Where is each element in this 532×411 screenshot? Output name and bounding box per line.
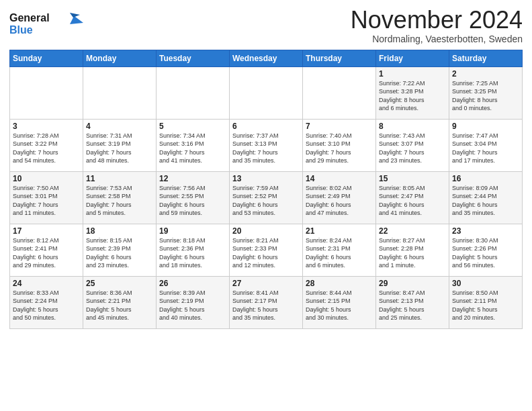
week-row-4: 24Sunrise: 8:33 AMSunset: 2:24 PMDayligh… [10, 276, 523, 328]
calendar-cell: 24Sunrise: 8:33 AMSunset: 2:24 PMDayligh… [10, 276, 83, 328]
calendar-cell: 17Sunrise: 8:12 AMSunset: 2:41 PMDayligh… [10, 224, 83, 276]
day-number: 5 [159, 122, 226, 131]
week-row-0: 1Sunrise: 7:22 AMSunset: 3:28 PMDaylight… [10, 66, 523, 119]
calendar-cell: 21Sunrise: 8:24 AMSunset: 2:31 PMDayligh… [303, 224, 376, 276]
day-number: 6 [232, 122, 300, 131]
day-info: Sunrise: 7:50 AMSunset: 3:01 PMDaylight:… [13, 184, 80, 218]
day-info: Sunrise: 8:15 AMSunset: 2:39 PMDaylight:… [86, 236, 153, 270]
day-info: Sunrise: 7:40 AMSunset: 3:10 PMDaylight:… [306, 132, 373, 165]
calendar-cell [10, 66, 83, 119]
logo: General Blue [9, 9, 83, 40]
day-info: Sunrise: 7:28 AMSunset: 3:22 PMDaylight:… [13, 132, 80, 165]
day-info: Sunrise: 7:56 AMSunset: 2:55 PMDaylight:… [159, 184, 226, 218]
month-title: November 2024 [351, 7, 523, 34]
day-info: Sunrise: 7:53 AMSunset: 2:58 PMDaylight:… [86, 184, 153, 218]
day-number: 13 [232, 174, 300, 183]
week-row-1: 3Sunrise: 7:28 AMSunset: 3:22 PMDaylight… [10, 119, 523, 171]
weekday-header-tuesday: Tuesday [157, 50, 230, 66]
calendar-cell: 5Sunrise: 7:34 AMSunset: 3:16 PMDaylight… [157, 119, 230, 171]
calendar-cell: 2Sunrise: 7:25 AMSunset: 3:25 PMDaylight… [449, 66, 523, 119]
calendar-cell: 28Sunrise: 8:44 AMSunset: 2:15 PMDayligh… [303, 276, 376, 328]
day-number: 24 [13, 279, 80, 288]
svg-text:General: General [9, 12, 50, 24]
day-info: Sunrise: 8:27 AMSunset: 2:28 PMDaylight:… [379, 236, 446, 270]
calendar-table: SundayMondayTuesdayWednesdayThursdayFrid… [9, 50, 523, 329]
day-info: Sunrise: 8:36 AMSunset: 2:21 PMDaylight:… [86, 289, 153, 322]
day-number: 22 [379, 226, 446, 236]
page: General Blue November 2024 Nordmaling, V… [0, 0, 532, 336]
day-number: 23 [452, 226, 519, 236]
calendar-cell: 3Sunrise: 7:28 AMSunset: 3:22 PMDaylight… [10, 119, 83, 171]
day-number: 10 [13, 174, 80, 183]
calendar-cell: 11Sunrise: 7:53 AMSunset: 2:58 PMDayligh… [83, 171, 157, 224]
day-number: 2 [452, 69, 519, 79]
calendar-cell: 9Sunrise: 7:47 AMSunset: 3:04 PMDaylight… [449, 119, 523, 171]
day-number: 20 [232, 226, 300, 236]
day-info: Sunrise: 7:37 AMSunset: 3:13 PMDaylight:… [232, 132, 300, 165]
calendar-cell [230, 66, 303, 119]
day-number: 8 [379, 122, 446, 131]
weekday-header-monday: Monday [83, 50, 157, 66]
calendar-cell: 4Sunrise: 7:31 AMSunset: 3:19 PMDaylight… [83, 119, 157, 171]
calendar-cell: 18Sunrise: 8:15 AMSunset: 2:39 PMDayligh… [83, 224, 157, 276]
calendar-cell: 13Sunrise: 7:59 AMSunset: 2:52 PMDayligh… [230, 171, 303, 224]
day-number: 21 [306, 226, 373, 236]
weekday-header-sunday: Sunday [10, 50, 83, 66]
day-number: 25 [86, 279, 153, 288]
location-subtitle: Nordmaling, Vaesterbotten, Sweden [351, 34, 523, 44]
calendar-cell: 8Sunrise: 7:43 AMSunset: 3:07 PMDaylight… [376, 119, 449, 171]
day-info: Sunrise: 8:24 AMSunset: 2:31 PMDaylight:… [306, 236, 373, 270]
calendar-cell: 23Sunrise: 8:30 AMSunset: 2:26 PMDayligh… [449, 224, 523, 276]
day-info: Sunrise: 7:47 AMSunset: 3:04 PMDaylight:… [452, 132, 519, 165]
calendar-cell: 7Sunrise: 7:40 AMSunset: 3:10 PMDaylight… [303, 119, 376, 171]
calendar-cell [83, 66, 157, 119]
weekday-header-friday: Friday [376, 50, 449, 66]
weekday-header-wednesday: Wednesday [230, 50, 303, 66]
calendar-cell: 20Sunrise: 8:21 AMSunset: 2:33 PMDayligh… [230, 224, 303, 276]
calendar-cell: 19Sunrise: 8:18 AMSunset: 2:36 PMDayligh… [157, 224, 230, 276]
calendar-cell: 27Sunrise: 8:41 AMSunset: 2:17 PMDayligh… [230, 276, 303, 328]
calendar-cell: 25Sunrise: 8:36 AMSunset: 2:21 PMDayligh… [83, 276, 157, 328]
day-info: Sunrise: 8:50 AMSunset: 2:11 PMDaylight:… [452, 289, 519, 322]
day-info: Sunrise: 7:59 AMSunset: 2:52 PMDaylight:… [232, 184, 300, 218]
day-info: Sunrise: 8:21 AMSunset: 2:33 PMDaylight:… [232, 236, 300, 270]
header: General Blue November 2024 Nordmaling, V… [9, 7, 523, 44]
day-number: 7 [306, 122, 373, 131]
weekday-header-saturday: Saturday [449, 50, 523, 66]
day-number: 1 [379, 69, 446, 79]
day-number: 11 [86, 174, 153, 183]
svg-marker-3 [70, 13, 80, 17]
calendar-cell: 30Sunrise: 8:50 AMSunset: 2:11 PMDayligh… [449, 276, 523, 328]
day-number: 27 [232, 279, 300, 288]
day-info: Sunrise: 8:09 AMSunset: 2:44 PMDaylight:… [452, 184, 519, 218]
day-number: 12 [159, 174, 226, 183]
day-info: Sunrise: 7:43 AMSunset: 3:07 PMDaylight:… [379, 132, 446, 165]
week-row-3: 17Sunrise: 8:12 AMSunset: 2:41 PMDayligh… [10, 224, 523, 276]
calendar-cell: 12Sunrise: 7:56 AMSunset: 2:55 PMDayligh… [157, 171, 230, 224]
logo-text-block: General Blue [9, 9, 83, 40]
calendar-cell: 14Sunrise: 8:02 AMSunset: 2:49 PMDayligh… [303, 171, 376, 224]
calendar-cell: 16Sunrise: 8:09 AMSunset: 2:44 PMDayligh… [449, 171, 523, 224]
day-number: 26 [159, 279, 226, 288]
day-number: 17 [13, 226, 80, 236]
day-number: 4 [86, 122, 153, 131]
day-number: 28 [306, 279, 373, 288]
weekday-header-row: SundayMondayTuesdayWednesdayThursdayFrid… [10, 50, 523, 66]
day-info: Sunrise: 8:02 AMSunset: 2:49 PMDaylight:… [306, 184, 373, 218]
day-info: Sunrise: 7:25 AMSunset: 3:25 PMDaylight:… [452, 79, 519, 113]
day-info: Sunrise: 7:31 AMSunset: 3:19 PMDaylight:… [86, 132, 153, 165]
calendar-cell [157, 66, 230, 119]
day-info: Sunrise: 8:47 AMSunset: 2:13 PMDaylight:… [379, 289, 446, 322]
day-number: 16 [452, 174, 519, 183]
logo-svg: General Blue [9, 9, 83, 38]
day-number: 15 [379, 174, 446, 183]
day-number: 19 [159, 226, 226, 236]
day-number: 14 [306, 174, 373, 183]
day-number: 3 [13, 122, 80, 131]
calendar-cell: 15Sunrise: 8:05 AMSunset: 2:47 PMDayligh… [376, 171, 449, 224]
calendar-cell: 10Sunrise: 7:50 AMSunset: 3:01 PMDayligh… [10, 171, 83, 224]
week-row-2: 10Sunrise: 7:50 AMSunset: 3:01 PMDayligh… [10, 171, 523, 224]
day-info: Sunrise: 8:05 AMSunset: 2:47 PMDaylight:… [379, 184, 446, 218]
day-number: 18 [86, 226, 153, 236]
day-number: 30 [452, 279, 519, 288]
